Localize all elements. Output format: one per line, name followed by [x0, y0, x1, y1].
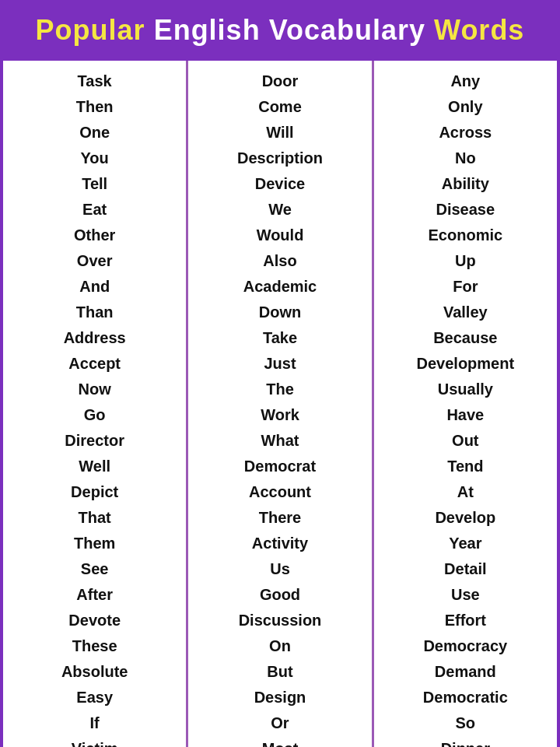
- list-item: Other: [74, 223, 115, 248]
- list-item: Description: [237, 146, 323, 171]
- list-item: Out: [452, 428, 478, 454]
- list-item: These: [72, 633, 117, 659]
- list-item: Just: [264, 351, 296, 377]
- list-item: Develop: [435, 505, 495, 531]
- list-item: Than: [76, 300, 114, 325]
- list-item: If: [90, 710, 100, 736]
- list-item: Detail: [444, 556, 486, 582]
- list-item: And: [79, 274, 110, 300]
- list-item: Because: [433, 325, 497, 351]
- list-item: Use: [451, 582, 480, 608]
- list-item: You: [81, 146, 109, 171]
- list-item: So: [456, 710, 476, 736]
- list-item: Device: [255, 171, 306, 197]
- list-item: But: [267, 659, 292, 685]
- list-item: Discussion: [239, 608, 322, 633]
- list-item: Effort: [445, 608, 486, 633]
- list-item: Any: [450, 68, 480, 94]
- list-item: Tell: [82, 171, 107, 197]
- list-item: Accept: [68, 351, 121, 377]
- list-item: Director: [65, 428, 124, 454]
- column-3: AnyOnlyAcrossNoAbilityDiseaseEconomicUpF…: [374, 61, 557, 747]
- list-item: Will: [266, 120, 293, 146]
- title-words: Words: [434, 14, 524, 46]
- list-item: That: [79, 505, 111, 531]
- list-item: Most: [262, 736, 299, 747]
- list-item: Economic: [429, 223, 503, 248]
- list-item: Easy: [76, 685, 113, 710]
- list-item: Development: [417, 351, 515, 377]
- list-item: Across: [439, 120, 492, 146]
- list-item: Ability: [442, 171, 489, 197]
- list-item: Or: [271, 710, 289, 736]
- list-item: Us: [270, 556, 290, 582]
- list-item: Only: [448, 94, 482, 120]
- list-item: Usually: [438, 377, 493, 402]
- list-item: See: [81, 556, 109, 582]
- list-item: Tend: [447, 454, 483, 479]
- list-item: At: [457, 479, 474, 505]
- list-item: Then: [76, 94, 114, 120]
- list-item: Take: [263, 325, 297, 351]
- list-item: Activity: [252, 531, 308, 556]
- list-item: Devote: [68, 608, 121, 633]
- list-item: Democrat: [244, 454, 316, 479]
- list-item: Victim: [72, 736, 118, 747]
- list-item: Task: [78, 68, 112, 94]
- list-item: Now: [79, 377, 111, 402]
- list-item: Come: [258, 94, 302, 120]
- list-item: Door: [262, 68, 299, 94]
- list-item: Also: [263, 248, 296, 274]
- list-item: Up: [455, 248, 476, 274]
- list-item: Year: [449, 531, 481, 556]
- list-item: Account: [249, 479, 311, 505]
- list-item: No: [455, 146, 476, 171]
- title-rest: English Vocabulary: [154, 14, 434, 46]
- list-item: Disease: [436, 197, 495, 223]
- list-item: Them: [74, 531, 115, 556]
- list-item: Have: [446, 402, 484, 428]
- list-item: Good: [260, 582, 300, 608]
- list-item: Work: [261, 402, 299, 428]
- list-item: Democracy: [423, 633, 507, 659]
- list-item: One: [79, 120, 110, 146]
- list-item: Depict: [71, 479, 118, 505]
- list-item: Over: [77, 248, 113, 274]
- title-popular: Popular: [36, 14, 145, 46]
- list-item: Absolute: [61, 659, 128, 685]
- page-header: Popular English Vocabulary Words: [0, 0, 560, 61]
- list-item: Academic: [243, 274, 317, 300]
- list-item: What: [261, 428, 299, 454]
- list-item: Would: [257, 223, 304, 248]
- list-item: Well: [79, 454, 110, 479]
- column-1: TaskThenOneYouTellEatOtherOverAndThanAdd…: [3, 61, 188, 747]
- word-columns-container: TaskThenOneYouTellEatOtherOverAndThanAdd…: [0, 61, 560, 747]
- list-item: Down: [259, 300, 301, 325]
- list-item: Design: [254, 685, 306, 710]
- list-item: After: [76, 582, 113, 608]
- list-item: Dinner: [441, 736, 490, 747]
- list-item: Eat: [82, 197, 107, 223]
- list-item: Valley: [443, 300, 488, 325]
- list-item: Address: [64, 325, 126, 351]
- page-title: Popular English Vocabulary Words: [16, 14, 544, 47]
- list-item: For: [453, 274, 478, 300]
- list-item: We: [268, 197, 292, 223]
- list-item: Demand: [435, 659, 496, 685]
- list-item: The: [266, 377, 294, 402]
- list-item: There: [259, 505, 301, 531]
- list-item: On: [269, 633, 291, 659]
- list-item: Go: [84, 402, 106, 428]
- list-item: Democratic: [423, 685, 508, 710]
- column-2: DoorComeWillDescriptionDeviceWeWouldAlso…: [188, 61, 373, 747]
